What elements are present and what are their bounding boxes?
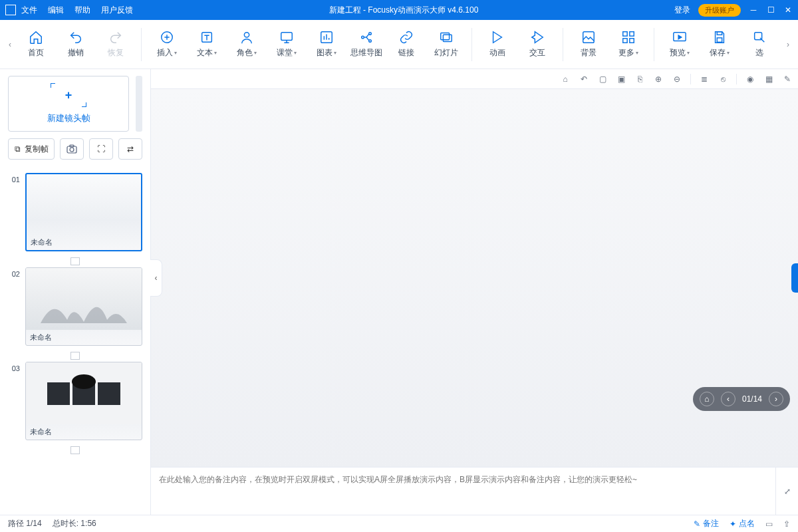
canvasbar-edit-icon[interactable]: ✎ <box>782 74 793 84</box>
toolbar-more-button[interactable]: 更多▾ <box>608 25 648 65</box>
toolbar-interact-button[interactable]: 交互 <box>517 25 557 65</box>
toolbar-chart-button[interactable]: 图表▾ <box>307 25 346 65</box>
toolbar-class-button[interactable]: 课堂▾ <box>267 25 307 65</box>
toolbar-label: 动画 <box>489 47 505 59</box>
canvasbar-lock-icon[interactable]: ⎋ <box>718 74 728 84</box>
chevron-down-icon: ▾ <box>294 50 297 56</box>
pager-prev-icon[interactable]: ‹ <box>721 392 735 406</box>
upgrade-button[interactable]: 升级账户 <box>698 4 741 17</box>
svg-rect-3 <box>281 33 293 41</box>
pager-next-icon[interactable]: › <box>769 392 783 406</box>
slide-number: 02 <box>8 267 20 346</box>
copy-icon: ⧉ <box>15 144 21 154</box>
canvas[interactable]: ‹ ⌂ ‹ 01/14 › <box>151 89 798 467</box>
pager-home-icon[interactable]: ⌂ <box>700 392 714 406</box>
toolbar-slide-button[interactable]: 幻灯片 <box>426 25 466 65</box>
canvasbar-zoomin-icon[interactable]: ⊕ <box>653 74 664 84</box>
svg-point-22 <box>72 374 96 389</box>
more-icon <box>621 30 636 45</box>
plus-icon: + <box>65 88 72 102</box>
close-icon[interactable]: ✕ <box>783 5 793 15</box>
minimize-icon[interactable]: ─ <box>749 5 758 15</box>
login-link[interactable]: 登录 <box>674 5 690 16</box>
menu-edit[interactable]: 编辑 <box>48 5 64 16</box>
menubar: 文件 编辑 帮助 用户反馈 <box>21 5 133 16</box>
interact-icon <box>530 30 545 45</box>
menu-help[interactable]: 帮助 <box>74 5 90 16</box>
transition-icon[interactable] <box>70 352 80 360</box>
canvasbar-back-icon[interactable]: ↶ <box>579 74 589 84</box>
canvas-toolbar: ⌂↶▢▣⎘⊕⊖≣⎋◉▦✎ <box>151 69 798 89</box>
toolbar-mind-button[interactable]: 思维导图 <box>346 25 386 65</box>
notes-input[interactable] <box>151 467 775 515</box>
slide-item[interactable]: 03未命名 <box>8 362 142 440</box>
toolbar-scroll-right[interactable]: › <box>782 20 794 69</box>
toolbar-bg-button[interactable]: 背景 <box>569 25 608 65</box>
chevron-down-icon: ▾ <box>334 50 336 56</box>
toolbar-save-button[interactable]: 保存▾ <box>700 25 739 65</box>
fullscreen-button[interactable]: ⛶ <box>89 138 113 160</box>
svg-rect-8 <box>441 33 450 40</box>
toolbar-plus-circle-button[interactable]: 插入▾ <box>147 25 187 65</box>
export-button[interactable]: ⇪ <box>783 519 790 529</box>
toolbar-text-button[interactable]: 文本▾ <box>187 25 227 65</box>
canvasbar-home-icon[interactable]: ⌂ <box>560 74 571 84</box>
svg-point-20 <box>70 148 74 152</box>
notes-expand-button[interactable]: ⤢ <box>775 467 798 515</box>
slide-item[interactable]: 01未命名 <box>8 173 142 251</box>
canvasbar-box1-icon[interactable]: ▢ <box>597 74 608 84</box>
chevron-down-icon: ▾ <box>687 50 690 56</box>
right-panel-toggle[interactable] <box>791 263 798 293</box>
canvasbar-zoomout-icon[interactable]: ⊖ <box>672 74 682 84</box>
slide-caption: 未命名 <box>27 235 141 250</box>
bg-icon <box>581 30 596 45</box>
new-frame-button[interactable]: + 新建镜头帧 <box>8 76 129 132</box>
maximize-icon[interactable]: ☐ <box>766 5 775 15</box>
transition-icon[interactable] <box>70 257 80 265</box>
swap-button[interactable]: ⇄ <box>118 138 142 160</box>
sidebar-collapse-button[interactable]: ‹ <box>150 259 162 297</box>
svg-point-5 <box>362 36 364 39</box>
star-icon: ✦ <box>730 519 736 529</box>
toolbar-select-button[interactable]: 选 <box>739 25 779 65</box>
canvasbar-grid-icon[interactable]: ▦ <box>763 74 774 84</box>
copy-frame-label: 复制帧 <box>25 144 49 155</box>
slide-thumbnail: 未命名 <box>25 173 142 251</box>
toolbar-link-button[interactable]: 链接 <box>386 25 426 65</box>
toolbar-label: 选 <box>755 47 763 59</box>
pager: ⌂ ‹ 01/14 › <box>693 387 790 411</box>
toolbar-preview-button[interactable]: 预览▾ <box>660 25 700 65</box>
menu-feedback[interactable]: 用户反馈 <box>101 5 133 16</box>
plus-circle-icon <box>160 30 174 45</box>
chevron-down-icon: ▾ <box>727 50 730 56</box>
rollcall-button[interactable]: ✦点名 <box>730 518 755 529</box>
transition-icon[interactable] <box>70 446 80 454</box>
camera-button[interactable] <box>60 138 84 160</box>
chevron-down-icon: ▾ <box>214 50 217 56</box>
toolbar-anim-button[interactable]: 动画 <box>477 25 517 65</box>
canvasbar-box2-icon[interactable]: ▣ <box>616 74 626 84</box>
preview-icon <box>672 30 687 45</box>
copy-frame-button[interactable]: ⧉ 复制帧 <box>8 138 55 160</box>
toolbar-home-button[interactable]: 首页 <box>16 25 56 65</box>
present-button[interactable]: ▭ <box>765 519 773 529</box>
canvasbar-align-icon[interactable]: ≣ <box>699 74 710 84</box>
svg-rect-13 <box>623 39 627 43</box>
toolbar-person-button[interactable]: 角色▾ <box>227 25 267 65</box>
slide-item[interactable]: 02未命名 <box>8 267 142 346</box>
canvas-area: ⌂↶▢▣⎘⊕⊖≣⎋◉▦✎ ‹ ⌂ ‹ 01/14 › ⤢ <box>151 69 798 515</box>
save-icon <box>712 30 727 45</box>
canvasbar-camera-icon[interactable]: ◉ <box>745 74 755 84</box>
svg-rect-9 <box>443 35 452 41</box>
remark-button[interactable]: ✎备注 <box>694 518 719 529</box>
svg-point-2 <box>244 33 249 37</box>
menu-file[interactable]: 文件 <box>21 5 37 16</box>
sidebar-scrollbar[interactable] <box>136 76 142 132</box>
svg-rect-17 <box>717 38 722 42</box>
slide-caption: 未命名 <box>26 330 142 345</box>
mind-icon <box>359 30 374 45</box>
toolbar-scroll-left[interactable]: ‹ <box>4 20 16 69</box>
toolbar-redo-button[interactable]: 恢复 <box>96 25 136 65</box>
toolbar-undo-button[interactable]: 撤销 <box>56 25 96 65</box>
canvasbar-paste-icon[interactable]: ⎘ <box>634 74 645 84</box>
